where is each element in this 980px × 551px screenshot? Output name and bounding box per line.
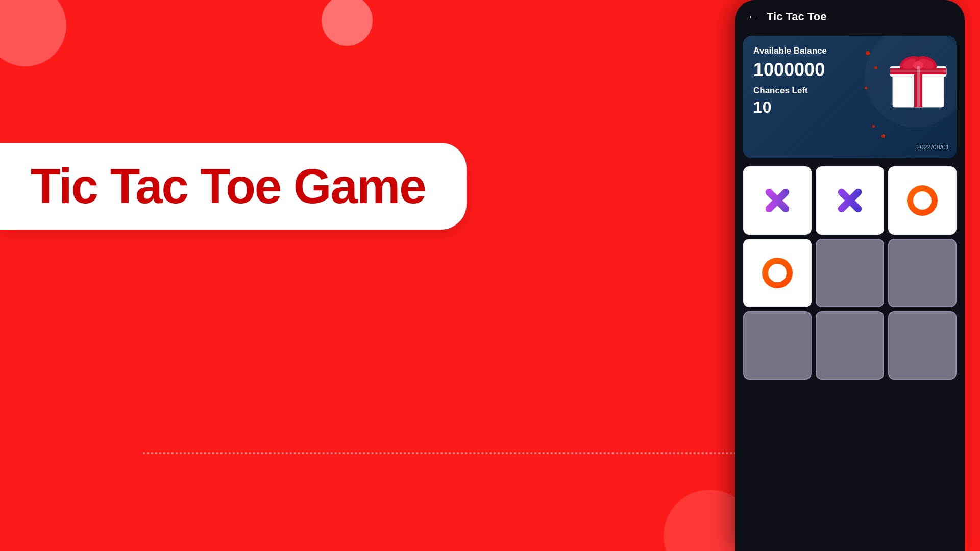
- x-mark-purple: [762, 185, 793, 216]
- grid-cell-1-0[interactable]: [743, 239, 812, 307]
- grid-cell-0-2[interactable]: [888, 166, 957, 235]
- grid-cell-2-1[interactable]: [816, 311, 884, 380]
- red-dot-1: [866, 51, 870, 55]
- o-mark-orange-2: [762, 258, 793, 288]
- decorative-dotted-line: [143, 452, 745, 454]
- svg-rect-10: [890, 70, 946, 72]
- o-mark-orange-1: [907, 185, 938, 216]
- grid-cell-1-1[interactable]: [816, 239, 884, 307]
- gift-box-image: [885, 46, 951, 112]
- phone-header: ← Tic Tac Toe: [735, 0, 965, 32]
- grid-cell-0-1[interactable]: [816, 166, 884, 235]
- phone-mockup: ← Tic Tac Toe Available Balance 1000000 …: [735, 0, 965, 551]
- grid-cell-1-2[interactable]: [888, 239, 957, 307]
- red-dot-2: [874, 66, 877, 69]
- card-date: 2022/08/01: [916, 143, 949, 151]
- red-dot-3: [865, 87, 867, 89]
- x-mark-blue: [835, 185, 865, 216]
- grid-cell-0-0[interactable]: [743, 166, 812, 235]
- main-title: Tic Tac Toe Game: [31, 158, 426, 214]
- grid-cell-2-0[interactable]: [743, 311, 812, 380]
- title-pill: Tic Tac Toe Game: [0, 143, 467, 230]
- phone-title: Tic Tac Toe: [767, 10, 826, 23]
- red-dot-5: [872, 125, 875, 128]
- red-dot-4: [881, 134, 885, 138]
- grid-cell-2-2[interactable]: [888, 311, 957, 380]
- game-grid[interactable]: [735, 166, 965, 380]
- balance-card: Available Balance 1000000 Chances Left 1…: [743, 36, 957, 158]
- back-button[interactable]: ←: [747, 10, 758, 23]
